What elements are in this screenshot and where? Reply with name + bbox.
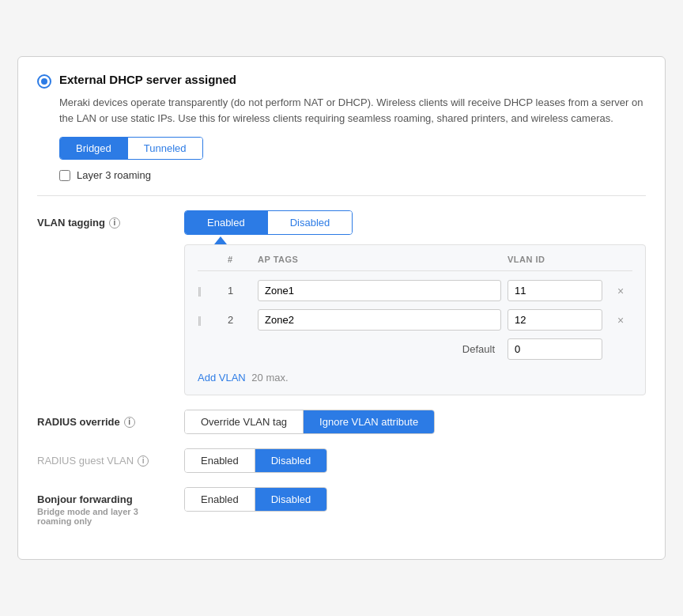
- vlan-disabled-button[interactable]: Disabled: [268, 211, 353, 234]
- vlan-toggle-wrap: Enabled Disabled: [184, 210, 646, 244]
- dhcp-title: External DHCP server assigned: [59, 73, 236, 86]
- radius-override-label: RADIUS override i: [37, 410, 172, 428]
- row-num-2: 2: [228, 314, 251, 326]
- table-row: || 2 ×: [198, 305, 632, 334]
- add-vlan-row: Add VLAN 20 max.: [198, 372, 632, 384]
- radius-guest-vlan-section: RADIUS guest VLAN i Enabled Disabled: [37, 448, 646, 473]
- layer3-roaming-checkbox[interactable]: [59, 170, 70, 181]
- bonjour-main-label: Bonjour forwarding: [37, 493, 172, 505]
- ignore-vlan-attribute-button[interactable]: Ignore VLAN attribute: [304, 410, 434, 433]
- radius-override-content: Override VLAN tag Ignore VLAN attribute: [184, 410, 646, 434]
- col-vlan-id: VLAN ID: [508, 255, 602, 264]
- vlan-tagging-section: VLAN tagging i Enabled Disabled # AP tag…: [37, 210, 646, 395]
- bridged-tunneled-group: Bridged Tunneled: [59, 137, 203, 160]
- radius-guest-vlan-label: RADIUS guest VLAN i: [37, 448, 172, 467]
- vlan-default-row: Default: [198, 334, 632, 364]
- radius-override-group: Override VLAN tag Ignore VLAN attribute: [184, 410, 435, 434]
- col-ap-tags: AP tags: [258, 255, 501, 264]
- bonjour-disabled-button[interactable]: Disabled: [255, 488, 327, 511]
- bonjour-label-wrap: Bonjour forwarding Bridge mode and layer…: [37, 493, 172, 526]
- vlan-id-input-2[interactable]: [508, 309, 602, 331]
- radius-guest-enabled-button[interactable]: Enabled: [185, 449, 255, 472]
- vlan-tagging-content: Enabled Disabled # AP tags VLAN ID || 1: [184, 210, 646, 395]
- radius-guest-vlan-group: Enabled Disabled: [184, 448, 327, 473]
- vlan-tagging-info-icon[interactable]: i: [109, 217, 120, 229]
- default-vlan-id-input[interactable]: [508, 338, 602, 360]
- vlan-enabled-disabled-group: Enabled Disabled: [184, 210, 353, 235]
- table-row: || 1 ×: [198, 276, 632, 305]
- radius-override-info-icon[interactable]: i: [124, 417, 135, 428]
- row-num-1: 1: [228, 285, 251, 297]
- bonjour-content: Enabled Disabled: [184, 487, 646, 512]
- tunneled-button[interactable]: Tunneled: [128, 138, 202, 159]
- bridged-button[interactable]: Bridged: [60, 138, 128, 159]
- default-label: Default: [198, 343, 501, 355]
- vlan-table-header: # AP tags VLAN ID: [198, 255, 632, 271]
- dhcp-header: External DHCP server assigned: [37, 73, 646, 89]
- override-vlan-tag-button[interactable]: Override VLAN tag: [185, 410, 304, 433]
- vlan-triangle-indicator: [214, 236, 227, 244]
- vlan-table: # AP tags VLAN ID || 1 × || 2: [184, 244, 646, 395]
- radius-guest-vlan-content: Enabled Disabled: [184, 448, 646, 473]
- bonjour-enabled-button[interactable]: Enabled: [185, 488, 255, 511]
- drag-handle-1[interactable]: ||: [198, 285, 221, 297]
- ap-tag-input-1[interactable]: [258, 280, 501, 301]
- col-hash: #: [228, 255, 251, 264]
- bonjour-section: Bonjour forwarding Bridge mode and layer…: [37, 487, 646, 526]
- ap-tag-input-2[interactable]: [258, 309, 501, 331]
- add-vlan-link[interactable]: Add VLAN: [198, 372, 246, 384]
- divider: [37, 195, 646, 196]
- vlan-id-input-1[interactable]: [508, 280, 602, 301]
- vlan-tagging-label: VLAN tagging i: [37, 210, 172, 229]
- radius-override-section: RADIUS override i Override VLAN tag Igno…: [37, 410, 646, 434]
- vlan-enabled-button[interactable]: Enabled: [185, 211, 268, 234]
- bonjour-sub-label: Bridge mode and layer 3 roaming only: [37, 507, 172, 526]
- remove-row-1-button[interactable]: ×: [609, 283, 632, 299]
- dhcp-radio[interactable]: [37, 74, 51, 89]
- remove-row-2-button[interactable]: ×: [609, 312, 632, 328]
- bonjour-group: Enabled Disabled: [184, 487, 327, 512]
- radius-guest-vlan-info-icon[interactable]: i: [138, 455, 149, 467]
- add-vlan-max: 20 max.: [251, 372, 288, 384]
- layer3-roaming-label[interactable]: Layer 3 roaming: [77, 169, 151, 181]
- main-card: External DHCP server assigned Meraki dev…: [17, 56, 666, 560]
- drag-handle-2[interactable]: ||: [198, 314, 221, 326]
- layer3-roaming-row: Layer 3 roaming: [59, 169, 646, 181]
- radius-guest-disabled-button[interactable]: Disabled: [255, 449, 327, 472]
- dhcp-description: Meraki devices operate transparently (do…: [59, 95, 646, 126]
- bonjour-label: Bonjour forwarding Bridge mode and layer…: [37, 487, 172, 526]
